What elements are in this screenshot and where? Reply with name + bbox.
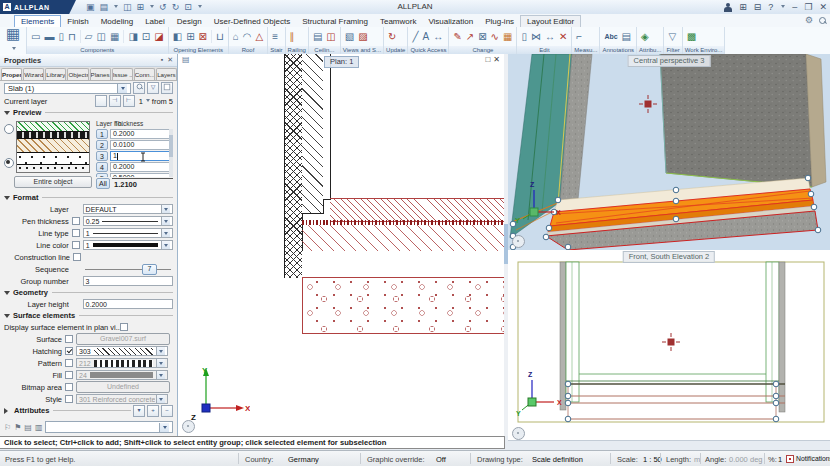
- next-layer-button[interactable]: ⊢: [123, 95, 135, 107]
- all-layers-cell[interactable]: All: [96, 178, 110, 189]
- selector-dropdown-icon[interactable]: [117, 84, 127, 93]
- layer-preview-swatch[interactable]: [16, 121, 90, 173]
- concrete-wall-right[interactable]: [660, 54, 812, 187]
- modify-offset-icon[interactable]: ⊠: [478, 31, 486, 42]
- pen-thickness-checkbox[interactable]: [72, 217, 80, 225]
- layer-number-cell[interactable]: 2: [96, 140, 108, 150]
- attributes-remove-button[interactable]: −: [161, 405, 173, 417]
- gear-icon[interactable]: ⚙: [805, 15, 813, 25]
- selection-handle[interactable]: [811, 204, 817, 210]
- delete-icon[interactable]: ✕: [559, 31, 567, 42]
- filter-properties-button[interactable]: ▽: [147, 82, 159, 94]
- attributes-add-button[interactable]: +: [147, 405, 159, 417]
- percent-value[interactable]: 1: [778, 455, 782, 464]
- save-icon[interactable]: ◫: [123, 1, 132, 13]
- selection-handle[interactable]: [815, 227, 821, 233]
- section-geometry[interactable]: Geometry: [0, 287, 177, 298]
- chimney-icon[interactable]: ⊓: [68, 31, 76, 42]
- downstand-beam-icon[interactable]: ▬: [44, 31, 54, 42]
- elevation-view-title[interactable]: Front, South Elevation 2: [623, 251, 715, 263]
- thickness-input[interactable]: 0.2000: [110, 129, 173, 139]
- line-type-select[interactable]: 1: [83, 228, 173, 238]
- style-dropdown-icon[interactable]: [156, 395, 165, 403]
- tab-objects[interactable]: Objects: [67, 68, 88, 80]
- attributes-icon[interactable]: ◈: [641, 31, 649, 42]
- hatching-checkbox[interactable]: [65, 347, 73, 355]
- thickness-input[interactable]: 0.5000: [110, 173, 173, 177]
- niche-icon[interactable]: ⊔: [216, 31, 224, 42]
- tab-label[interactable]: Label: [139, 16, 171, 27]
- open-dropdown-icon[interactable]: [113, 1, 118, 13]
- elevation-viewport[interactable]: Z X Y Front, South Elevation 2: [508, 250, 830, 441]
- selection-handle[interactable]: [565, 393, 571, 399]
- selection-handle[interactable]: [565, 416, 571, 422]
- selection-handle[interactable]: [565, 381, 571, 387]
- selection-handle[interactable]: [773, 381, 779, 387]
- view-icon[interactable]: ▧: [345, 31, 354, 42]
- move-icon[interactable]: ↗: [466, 31, 474, 42]
- fill-select[interactable]: 24: [76, 370, 168, 380]
- work-environment-icon[interactable]: ▩: [687, 31, 696, 42]
- viewport-menu-icon[interactable]: ▤: [182, 55, 190, 64]
- drawing-type-value[interactable]: Scale definition: [532, 455, 583, 464]
- surface-checkbox[interactable]: [65, 335, 73, 343]
- attributes-dropdown-button[interactable]: ▾: [133, 405, 145, 417]
- line-icon[interactable]: ╱: [412, 31, 418, 42]
- load-favorite-icon[interactable]: ⚐: [4, 423, 11, 432]
- group-number-input[interactable]: 3: [83, 276, 173, 286]
- pattern-select[interactable]: 212: [76, 358, 168, 368]
- layer-select[interactable]: DEFAULT: [83, 204, 173, 214]
- layer-number-cell[interactable]: 5: [96, 173, 108, 177]
- selection-handle[interactable]: [808, 191, 814, 197]
- section-surface-elements[interactable]: Surface elements: [0, 310, 177, 321]
- tab-plug-ins[interactable]: Plug-ins: [479, 16, 520, 27]
- table-scrollbar[interactable]: [169, 129, 173, 177]
- slab-layer-void[interactable]: [302, 251, 508, 278]
- plan-view-title[interactable]: Plan: 1: [324, 56, 359, 68]
- pattern-dropdown-icon[interactable]: [156, 359, 165, 367]
- selection-handle[interactable]: [673, 187, 679, 193]
- help-dropdown-icon[interactable]: [780, 1, 785, 13]
- tab-user-defined-objects[interactable]: User-Defined Objects: [208, 16, 296, 27]
- tab-teamwork[interactable]: Teamwork: [374, 16, 422, 27]
- shop-icon[interactable]: ⊟: [754, 1, 762, 13]
- section-format[interactable]: Format: [0, 192, 177, 203]
- selection-handle[interactable]: [673, 216, 679, 222]
- sequence-slider[interactable]: 7: [83, 264, 173, 274]
- single-layer-radio[interactable]: [4, 124, 14, 134]
- window-opening-icon[interactable]: ⊞: [186, 31, 194, 42]
- tab-visualization[interactable]: Visualization: [422, 16, 479, 27]
- wall-insulation-hatch[interactable]: [284, 54, 303, 278]
- palette-close-icon[interactable]: ✕: [167, 56, 173, 64]
- tab-planes[interactable]: Planes: [90, 68, 111, 80]
- project-icon[interactable]: ▣: [86, 1, 95, 13]
- previous-layer-button[interactable]: ⊣: [109, 95, 121, 107]
- qat-dropdown-icon[interactable]: [197, 1, 202, 13]
- pin-icon[interactable]: ▪: [161, 56, 163, 64]
- layer-dropdown-icon[interactable]: [145, 97, 150, 106]
- tab-modeling[interactable]: Modeling: [95, 16, 139, 27]
- perspective-view-title[interactable]: Central perspective 3: [628, 55, 711, 67]
- angle-value[interactable]: 0.000: [729, 455, 748, 464]
- element-selector[interactable]: Slab (1): [4, 83, 131, 94]
- label-icon[interactable]: ▤: [622, 31, 631, 42]
- section-preview[interactable]: Preview: [0, 107, 177, 118]
- selection-handle[interactable]: [773, 400, 779, 406]
- hatching-dropdown-icon[interactable]: [156, 347, 165, 355]
- slab-layer-gravel[interactable]: [302, 277, 509, 334]
- thickness-input[interactable]: 0.2000: [110, 162, 173, 172]
- spline-icon[interactable]: ∿: [491, 31, 499, 42]
- hatch-modify-icon[interactable]: ▦: [503, 31, 512, 42]
- text-icon[interactable]: A: [422, 31, 429, 42]
- wall-plaster-layer[interactable]: [323, 54, 331, 200]
- tab-issue[interactable]: Issue ...: [112, 68, 133, 80]
- navigation-compass-icon[interactable]: [512, 427, 525, 440]
- wall-icon[interactable]: ▭: [31, 31, 40, 42]
- fill-checkbox[interactable]: [65, 371, 73, 379]
- assign-attributes-icon[interactable]: ▤: [24, 423, 32, 432]
- pattern-checkbox[interactable]: [65, 359, 73, 367]
- ribbon-gallery-button[interactable]: ▦: [0, 27, 27, 54]
- close-view-button[interactable]: ✕: [493, 55, 503, 64]
- copy-element-icon[interactable]: ▯: [521, 31, 527, 42]
- line-color-checkbox[interactable]: [72, 241, 80, 249]
